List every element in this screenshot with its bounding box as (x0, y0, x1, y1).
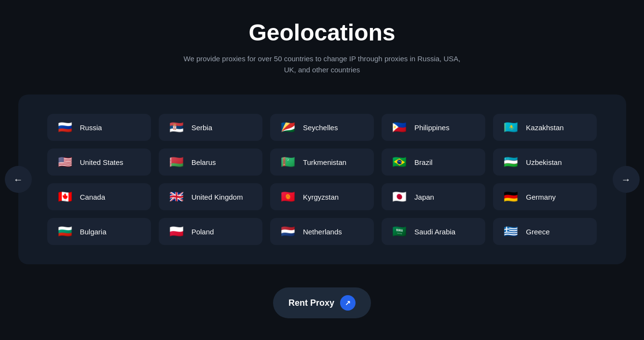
country-card[interactable]: 🇹🇲Turkmenistan (270, 149, 374, 176)
country-name: Philippines (414, 123, 450, 132)
country-flag: 🇯🇵 (390, 190, 409, 204)
rent-proxy-icon: ↗ (340, 295, 356, 311)
rent-proxy-button[interactable]: Rent Proxy ↗ (273, 287, 371, 318)
country-name: Kazakhstan (526, 123, 563, 132)
country-card[interactable]: 🇵🇭Philippines (382, 114, 485, 141)
rent-proxy-label: Rent Proxy (288, 298, 334, 308)
carousel-wrapper: ← 🇷🇺Russia🇷🇸Serbia🇸🇨Seychelles🇵🇭Philippi… (18, 95, 626, 264)
country-flag: 🇧🇷 (390, 155, 409, 169)
country-flag: 🇸🇨 (279, 121, 297, 134)
country-card[interactable]: 🇧🇬Bulgaria (47, 218, 151, 245)
country-name: Belarus (192, 158, 216, 166)
country-name: Saudi Arabia (414, 228, 455, 236)
country-card[interactable]: 🇯🇵Japan (382, 183, 485, 210)
country-flag: 🇺🇿 (502, 155, 520, 169)
country-name: Russia (80, 123, 102, 132)
country-card[interactable]: 🇺🇸United States (47, 149, 151, 176)
country-card[interactable]: 🇬🇷Greece (493, 218, 597, 245)
country-flag: 🇰🇬 (279, 190, 297, 204)
country-flag: 🇸🇦 (390, 225, 409, 238)
country-card[interactable]: 🇵🇱Poland (159, 218, 262, 245)
country-name: Kyrgyzstan (303, 193, 339, 201)
prev-button[interactable]: ← (5, 166, 32, 193)
country-card[interactable]: 🇷🇺Russia (47, 114, 151, 141)
country-flag: 🇨🇦 (56, 190, 74, 204)
country-card[interactable]: 🇰🇬Kyrgyzstan (270, 183, 374, 210)
page-title: Geolocations (248, 19, 395, 46)
country-name: United Kingdom (192, 193, 243, 201)
country-name: Bulgaria (80, 228, 107, 236)
country-name: Netherlands (303, 228, 342, 236)
country-name: Greece (526, 228, 549, 236)
country-card[interactable]: 🇺🇿Uzbekistan (493, 149, 597, 176)
country-card[interactable]: 🇬🇧United Kingdom (159, 183, 262, 210)
country-name: Poland (192, 228, 214, 236)
country-name: Canada (80, 193, 106, 201)
country-flag: 🇬🇧 (167, 190, 186, 204)
country-name: Serbia (192, 123, 212, 132)
country-flag: 🇰🇿 (502, 121, 520, 134)
next-button[interactable]: → (613, 166, 640, 193)
country-flag: 🇷🇺 (56, 121, 74, 134)
country-flag: 🇵🇭 (390, 121, 409, 134)
country-flag: 🇬🇷 (502, 225, 520, 238)
right-arrow-icon: → (621, 174, 631, 185)
country-name: Seychelles (303, 123, 338, 132)
country-card[interactable]: 🇨🇦Canada (47, 183, 151, 210)
country-flag: 🇷🇸 (167, 121, 186, 134)
country-card[interactable]: 🇸🇦Saudi Arabia (382, 218, 485, 245)
country-name: United States (80, 158, 123, 166)
country-card[interactable]: 🇰🇿Kazakhstan (493, 114, 597, 141)
country-card[interactable]: 🇩🇪Germany (493, 183, 597, 210)
country-card[interactable]: 🇧🇷Brazil (382, 149, 485, 176)
country-name: Turkmenistan (303, 158, 346, 166)
country-grid: 🇷🇺Russia🇷🇸Serbia🇸🇨Seychelles🇵🇭Philippine… (18, 95, 626, 264)
country-card[interactable]: 🇷🇸Serbia (159, 114, 262, 141)
country-card[interactable]: 🇧🇾Belarus (159, 149, 262, 176)
country-flag: 🇧🇾 (167, 155, 186, 169)
rent-button-wrapper: Rent Proxy ↗ (273, 287, 371, 318)
country-flag: 🇵🇱 (167, 225, 186, 238)
country-name: Japan (414, 193, 434, 201)
country-flag: 🇩🇪 (502, 190, 520, 204)
country-flag: 🇹🇲 (279, 155, 297, 169)
page-subtitle: We provide proxies for over 50 countries… (178, 54, 467, 75)
country-name: Uzbekistan (526, 158, 562, 166)
country-name: Germany (526, 193, 556, 201)
country-flag: 🇧🇬 (56, 225, 74, 238)
left-arrow-icon: ← (14, 174, 23, 185)
country-card[interactable]: 🇳🇱Netherlands (270, 218, 374, 245)
country-flag: 🇳🇱 (279, 225, 297, 238)
country-flag: 🇺🇸 (56, 155, 74, 169)
country-name: Brazil (414, 158, 433, 166)
country-card[interactable]: 🇸🇨Seychelles (270, 114, 374, 141)
